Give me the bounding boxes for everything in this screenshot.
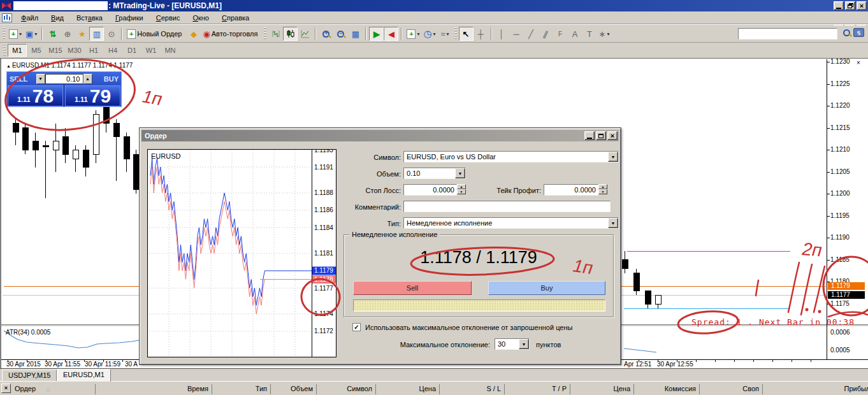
deviation-checkbox[interactable]: ✓	[352, 323, 361, 331]
data-window-button[interactable]: ▥	[89, 27, 104, 41]
volume-field[interactable]: 0.10	[45, 74, 83, 84]
line-chart-button[interactable]	[298, 27, 312, 41]
terminal-col-swap[interactable]: Своп	[700, 384, 763, 394]
type-select[interactable]: Немедленное исполнение	[403, 217, 619, 229]
templates-button[interactable]: ≈▾	[438, 27, 452, 41]
chart-tabs-row: USDJPY,M15EURUSD,M1	[0, 368, 868, 381]
volume-dropdown-button[interactable]: ▼	[455, 168, 465, 178]
toolbar-grip[interactable]	[454, 27, 457, 40]
window-close-button[interactable]: ×	[857, 1, 867, 10]
crosshair-button[interactable]: ┼	[474, 27, 488, 41]
terminal-col-profit[interactable]: Прибыль	[763, 384, 868, 394]
search-icon[interactable]	[843, 29, 850, 36]
takeprofit-input[interactable]: 0.0000	[544, 184, 598, 196]
text-label-button[interactable]: T	[582, 27, 597, 41]
zoom-in-button[interactable]: +	[319, 27, 333, 41]
tab-usdjpy-m15[interactable]: USDJPY,M15	[2, 370, 57, 382]
tab-eurusd-m1[interactable]: EURUSD,M1	[57, 369, 111, 382]
terminal-close-button[interactable]: ×	[1, 384, 11, 393]
dialog-title-bar[interactable]: Ордер ×	[141, 130, 619, 141]
terminal-col-order[interactable]: Ордер△	[11, 384, 96, 394]
volume-up-button[interactable]: ▲	[83, 74, 92, 84]
periods-button[interactable]: ◷▾	[421, 27, 437, 41]
indicators-button[interactable]: +▾	[405, 27, 421, 41]
dialog-minimize-button[interactable]	[584, 131, 595, 140]
takeprofit-field-label: Тейк Профит:	[445, 187, 541, 194]
profiles-icon: ▣	[25, 29, 33, 39]
deviation-dropdown-button[interactable]: ▼	[519, 339, 529, 349]
terminal-col-sl[interactable]: S / L	[440, 384, 505, 394]
vertical-line-button[interactable]: │	[495, 27, 509, 41]
profiles-button[interactable]: ▣▾	[24, 27, 39, 41]
search-input[interactable]	[738, 28, 837, 40]
channel-button[interactable]: ∥	[539, 27, 553, 41]
market-watch-button[interactable]: ⇅	[45, 27, 60, 41]
type-dropdown-button[interactable]: ▼	[608, 218, 618, 228]
fibonacci-button[interactable]: F	[553, 27, 568, 41]
menu-item-window[interactable]: Окно	[186, 13, 215, 23]
strategy-tester-button[interactable]: ⊙	[104, 27, 119, 41]
tf-h1[interactable]: H1	[84, 44, 103, 57]
menu-item-insert[interactable]: Вставка	[70, 13, 109, 23]
auto-scroll-button[interactable]: ▶	[369, 27, 384, 41]
bid-price-label: 1.1177	[828, 291, 865, 299]
one-click-sell-button[interactable]: 1.11 78	[8, 85, 63, 106]
terminal-col-commission[interactable]: Комиссия	[634, 384, 700, 394]
tf-w1[interactable]: W1	[141, 44, 161, 57]
terminal-col-time[interactable]: Время	[96, 384, 212, 394]
auto-trading-button[interactable]: ◉ Авто-торговля	[201, 27, 262, 41]
toolbar-grip[interactable]	[3, 27, 5, 40]
toolbar-grip[interactable]	[264, 27, 266, 40]
horizontal-line-button[interactable]: ─	[509, 27, 524, 41]
terminal-col-price[interactable]: Цена	[376, 384, 440, 394]
tf-m5[interactable]: M5	[27, 44, 46, 57]
zoom-out-button[interactable]: −	[333, 27, 348, 41]
new-order-button[interactable]: + Новый Ордер	[125, 27, 186, 41]
tf-m30[interactable]: M30	[65, 44, 84, 57]
terminal-col-volume[interactable]: Объем	[271, 384, 317, 394]
sell-button[interactable]: Sell	[353, 281, 472, 295]
volume-down-button[interactable]: ▼	[36, 74, 45, 84]
type-field-label: Тип:	[337, 220, 401, 227]
tf-mn[interactable]: MN	[161, 44, 180, 57]
terminal-col-price2[interactable]: Цена	[570, 384, 634, 394]
tf-m15[interactable]: M15	[46, 44, 65, 57]
expert-advisors-button[interactable]: ◆	[186, 27, 201, 41]
trendline-button[interactable]: ╱	[524, 27, 539, 41]
menu-item-file[interactable]: Файл	[15, 13, 45, 23]
tile-windows-button[interactable]: ▦	[348, 27, 363, 41]
notifications-icon[interactable]: 5	[853, 28, 864, 37]
one-click-buy-button[interactable]: 1.11 79	[65, 85, 120, 106]
data-target-button[interactable]: ⊕	[60, 27, 75, 41]
arrows-button[interactable]: ∗▾	[597, 27, 612, 41]
menu-item-view[interactable]: Вид	[45, 13, 70, 23]
terminal-col-type[interactable]: Тип	[212, 384, 271, 394]
menu-item-service[interactable]: Сервис	[150, 13, 187, 23]
tf-m1[interactable]: M1	[8, 44, 27, 57]
cursor-button[interactable]: ↖	[459, 27, 474, 41]
buy-button[interactable]: Buy	[488, 281, 605, 295]
symbol-dropdown-button[interactable]: ▼	[608, 152, 618, 162]
menu-item-charts[interactable]: Графики	[109, 13, 150, 23]
favorites-button[interactable]: ★	[75, 27, 89, 41]
menu-item-help[interactable]: Справка	[215, 13, 256, 23]
tf-d1[interactable]: D1	[122, 44, 141, 57]
chart-shift-button[interactable]: ◀	[384, 27, 398, 41]
toolbar-grip[interactable]	[3, 44, 6, 57]
deviation-label: Максимальное отклонение:	[363, 341, 490, 348]
tf-h4[interactable]: H4	[103, 44, 122, 57]
bar-chart-button[interactable]	[268, 27, 283, 41]
dialog-close-button[interactable]: ×	[607, 131, 618, 140]
candlestick-chart-button[interactable]	[283, 27, 298, 41]
comment-input[interactable]	[403, 201, 611, 212]
takeprofit-spinner[interactable]: ▲▼	[598, 184, 607, 194]
window-restore-button[interactable]	[845, 1, 855, 10]
terminal-col-symbol[interactable]: Символ	[317, 384, 376, 394]
text-button[interactable]: A	[568, 27, 582, 41]
chart-close-icon[interactable]: ×	[857, 59, 860, 66]
terminal-col-tp[interactable]: T / P	[505, 384, 570, 394]
dialog-maximize-button[interactable]	[596, 131, 606, 140]
new-chart-button[interactable]: +▾	[7, 27, 24, 41]
window-minimize-button[interactable]	[834, 1, 844, 10]
symbol-select[interactable]: EURUSD, Euro vs US Dollar	[403, 151, 619, 162]
